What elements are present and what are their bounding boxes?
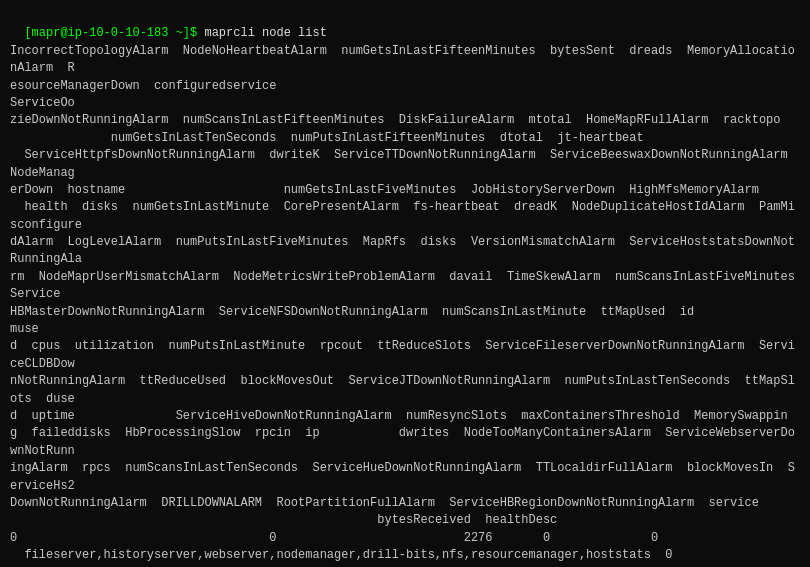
terminal-prompt: [mapr@ip-10-0-10-183 ~]$ — [24, 26, 197, 40]
output-line: zieDownNotRunningAlarm numScansInLastFif… — [10, 112, 800, 129]
output-line: fileserver,historyserver,webserver,nodem… — [10, 547, 800, 564]
output-line: health disks numGetsInLastMinute CorePre… — [10, 199, 800, 234]
output-line: rm NodeMaprUserMismatchAlarm NodeMetrics… — [10, 269, 800, 304]
terminal-command: maprcli node list — [197, 26, 327, 40]
output-line: bytesReceived healthDesc — [10, 512, 800, 529]
output-line: d uptime ServiceHiveDownNotRunningAlarm … — [10, 408, 800, 425]
output-line: ingAlarm rpcs numScansInLastTenSeconds S… — [10, 460, 800, 495]
output-line: g faileddisks HbProcessingSlow rpcin ip … — [10, 425, 800, 460]
output-line: nNotRunningAlarm ttReduceUsed blockMoves… — [10, 373, 800, 408]
terminal-window: [mapr@ip-10-0-10-183 ~]$ maprcli node li… — [0, 0, 810, 567]
output-line: erDown hostname numGetsInLastFiveMinutes… — [10, 182, 800, 199]
output-line: DownNotRunningAlarm DRILLDOWNALARM RootP… — [10, 495, 800, 512]
output-line: dAlarm LogLevelAlarm numPutsInLastFiveMi… — [10, 234, 800, 269]
output-line: esourceManagerDown configuredservice Ser… — [10, 78, 800, 113]
output-line: ServiceHttpfsDownNotRunningAlarm dwriteK… — [10, 147, 800, 182]
terminal-output: IncorrectTopologyAlarm NodeNoHeartbeatAl… — [10, 43, 800, 567]
output-line: HBMasterDownNotRunningAlarm ServiceNFSDo… — [10, 304, 800, 339]
output-line: 0 0 2276 0 0 — [10, 530, 800, 547]
output-line: d cpus utilization numPutsInLastMinute r… — [10, 338, 800, 373]
output-line: numGetsInLastTenSeconds numPutsInLastFif… — [10, 130, 800, 147]
output-line: IncorrectTopologyAlarm NodeNoHeartbeatAl… — [10, 43, 800, 78]
